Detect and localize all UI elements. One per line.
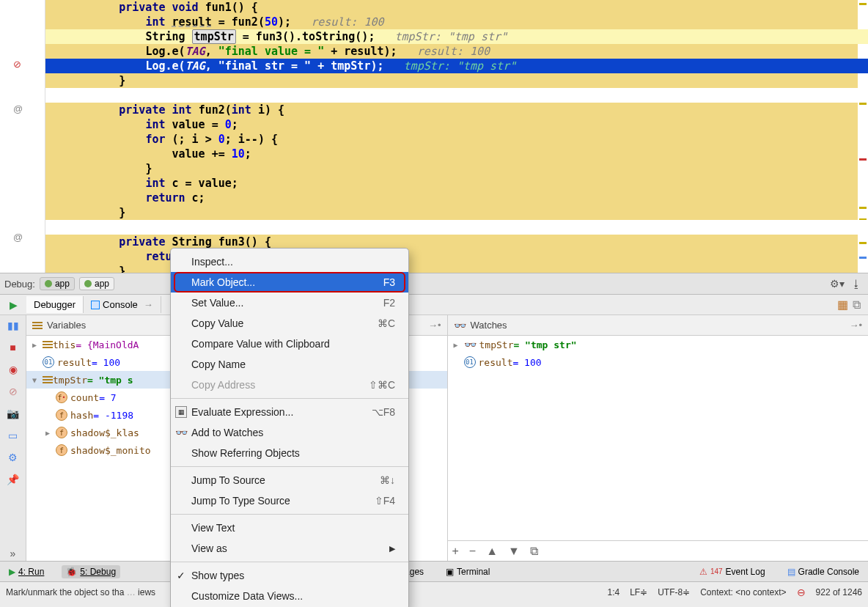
memory-indicator[interactable]: 922 of 1246 xyxy=(816,587,862,597)
toolwindow-eventlog[interactable]: ⚠147 Event Log xyxy=(695,565,770,578)
menu-item[interactable]: Compare Value with Clipboard xyxy=(171,334,408,354)
watches-tree[interactable]: ▶👓tmpStr = "tmp str"01result = 100 xyxy=(448,336,869,540)
code-line[interactable]: private void fun1() { xyxy=(45,0,868,15)
code-line[interactable]: } xyxy=(45,205,868,220)
more-icon[interactable]: » xyxy=(6,546,21,561)
watches-panel: 👓 Watches →• ▶👓tmpStr = "tmp str"01resul… xyxy=(448,315,869,561)
code-line[interactable]: } xyxy=(45,161,868,176)
remove-watch-button[interactable]: − xyxy=(469,545,476,558)
menu-item[interactable]: Mark Object...F3 xyxy=(171,272,408,293)
menu-item[interactable]: 👓Add to Watches xyxy=(171,422,408,443)
menu-item[interactable]: Jump To Type Source⇧F4 xyxy=(171,490,408,511)
code-surface[interactable]: private void fun1() { int result = fun2(… xyxy=(45,0,868,273)
context-menu[interactable]: Inspect...Mark Object...F3Set Value...F2… xyxy=(170,248,409,607)
move-up-button[interactable]: ▲ xyxy=(486,545,498,558)
export-icon[interactable]: ⭳ xyxy=(849,276,864,291)
watch-row[interactable]: ▶👓tmpStr = "tmp str" xyxy=(448,336,869,353)
console-icon xyxy=(91,301,100,309)
caret-position[interactable]: 1:4 xyxy=(607,587,619,597)
code-line[interactable]: } xyxy=(45,264,868,273)
variables-title: Variables xyxy=(47,320,86,331)
duplicate-button[interactable]: ⧉ xyxy=(530,545,538,558)
code-line[interactable]: for (; i > 0; i--) { xyxy=(45,132,868,147)
bottom-toolwindow-bar: ▶4: Run 🐞5: Debug sages ▣Terminal ⚠147 E… xyxy=(0,562,868,582)
file-encoding[interactable]: UTF-8≑ xyxy=(658,587,690,597)
panel-minimize-icon[interactable]: →• xyxy=(849,320,862,331)
code-line[interactable]: return "tmp str"; xyxy=(45,249,868,264)
debug-tabs: ▶ Debugger Console→ ▦ ⧉ xyxy=(0,295,868,315)
panel-minimize-icon[interactable]: →• xyxy=(428,320,441,331)
editor-area: ⊘@@ private void fun1() { int result = f… xyxy=(0,0,868,273)
tab-console[interactable]: Console→ xyxy=(84,296,161,313)
line-separator[interactable]: LF≑ xyxy=(630,587,647,597)
layout-icon[interactable]: ▭ xyxy=(6,428,21,443)
code-line[interactable] xyxy=(45,220,868,235)
code-line[interactable]: return c; xyxy=(45,191,868,205)
debug-toolwindow-header: Debug: app app ⚙▾ ⭳ xyxy=(0,273,868,295)
code-line[interactable]: String tmpStr = fun3().toString(); tmpSt… xyxy=(45,29,868,44)
editor-gutter: ⊘@@ xyxy=(0,0,45,273)
code-line[interactable]: int value = 0; xyxy=(45,117,868,132)
settings-icon[interactable]: ⚙▾ xyxy=(830,276,845,291)
toolwindow-gradle-console[interactable]: ▤Gradle Console xyxy=(783,565,864,578)
breakpoints-icon[interactable]: ◉ xyxy=(6,362,21,377)
watches-toolbar: + − ▲ ▼ ⧉ xyxy=(448,540,869,561)
gutter-mark[interactable]: @ xyxy=(13,232,23,243)
context-widget[interactable]: Context: <no context> xyxy=(700,587,786,597)
mute-breakpoints-icon[interactable]: ⊘ xyxy=(6,384,21,399)
menu-item[interactable]: Set Value...F2 xyxy=(171,293,408,313)
menu-item[interactable]: Show Referring Objects xyxy=(171,443,408,463)
variables-icon xyxy=(32,320,43,331)
debug-panels: ▮▮ ■ ◉ ⊘ 📷 ▭ ⚙ 📌 » Variables →• ▶this = … xyxy=(0,315,868,562)
restore-layout-icon[interactable]: ⧉ xyxy=(853,298,861,312)
thread-icon[interactable]: ▦ xyxy=(837,298,848,312)
error-icon[interactable]: ⊖ xyxy=(797,586,806,598)
debug-session-app-2[interactable]: app xyxy=(79,277,114,290)
code-line[interactable]: int result = fun2(50); result: 100 xyxy=(45,15,868,29)
pin-icon[interactable]: 📌 xyxy=(6,472,21,487)
debug-label: Debug: xyxy=(4,279,35,290)
menu-item: Copy Address⇧⌘C xyxy=(171,375,408,395)
toolwindow-debug[interactable]: 🐞5: Debug xyxy=(62,565,120,578)
status-hint: Mark/unmark the object so tha … iews xyxy=(6,587,155,597)
debug-left-toolbar: ▮▮ ■ ◉ ⊘ 📷 ▭ ⚙ 📌 » xyxy=(0,315,26,561)
code-line[interactable]: Log.e(TAG, "final str = " + tmpStr); tmp… xyxy=(45,59,868,73)
code-line[interactable]: private String fun3() { xyxy=(45,235,868,249)
debug-session-app-1[interactable]: app xyxy=(40,277,75,290)
code-line[interactable]: } xyxy=(45,73,868,88)
menu-item[interactable]: View as▶ xyxy=(171,538,408,559)
code-line[interactable]: int c = value; xyxy=(45,176,868,191)
gear-icon[interactable]: ⚙ xyxy=(6,450,21,465)
menu-item[interactable]: Inspect... xyxy=(171,251,408,272)
status-bar: Mark/unmark the object so tha … iews 1:4… xyxy=(0,582,868,603)
code-line[interactable]: value += 10; xyxy=(45,147,868,161)
menu-item[interactable]: ✓Show types xyxy=(171,565,408,586)
resume-icon[interactable]: ▶ xyxy=(6,298,21,312)
menu-item[interactable]: Copy Value⌘C xyxy=(171,313,408,334)
pause-icon[interactable]: ▮▮ xyxy=(6,318,21,333)
watches-icon: 👓 xyxy=(454,320,466,331)
menu-item[interactable]: Jump To Source⌘↓ xyxy=(171,470,408,490)
watches-title: Watches xyxy=(471,320,507,331)
toolwindow-terminal[interactable]: ▣Terminal xyxy=(441,565,494,578)
gutter-mark[interactable]: @ xyxy=(13,103,23,114)
code-line[interactable] xyxy=(45,88,868,103)
code-line[interactable]: private int fun2(int i) { xyxy=(45,103,868,117)
add-watch-button[interactable]: + xyxy=(452,545,459,558)
stop-icon[interactable]: ■ xyxy=(6,340,21,355)
tab-debugger[interactable]: Debugger xyxy=(26,296,84,313)
code-line[interactable]: Log.e(TAG, "final value = " + result); r… xyxy=(45,44,868,59)
gutter-mark[interactable]: ⊘ xyxy=(13,59,21,70)
move-down-button[interactable]: ▼ xyxy=(508,545,520,558)
menu-item[interactable]: Customize Data Views... xyxy=(171,586,408,606)
menu-item[interactable]: ▦Evaluate Expression...⌥F8 xyxy=(171,402,408,422)
toolwindow-run[interactable]: ▶4: Run xyxy=(4,565,48,578)
camera-icon[interactable]: 📷 xyxy=(6,406,21,421)
watch-row[interactable]: 01result = 100 xyxy=(448,353,869,371)
menu-item[interactable]: Copy Name xyxy=(171,354,408,375)
menu-item[interactable]: View Text xyxy=(171,518,408,538)
